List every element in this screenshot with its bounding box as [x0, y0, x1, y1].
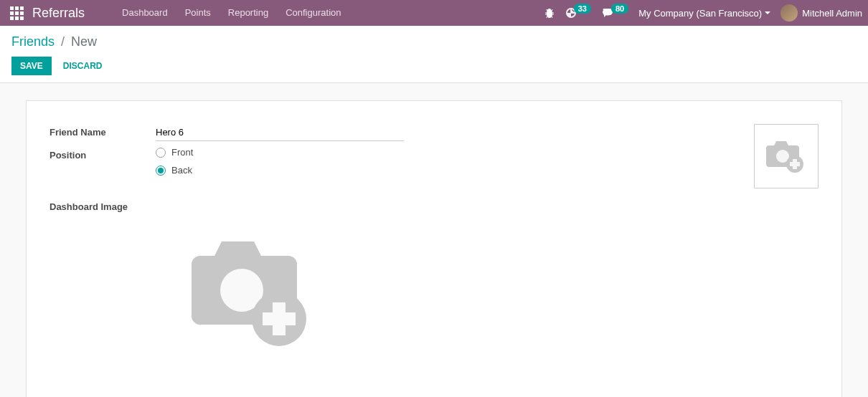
image-upload-small[interactable]: [754, 124, 819, 188]
dashboard-image-label: Dashboard Image: [49, 201, 819, 212]
apps-icon[interactable]: [10, 6, 24, 20]
position-front-label: Front: [171, 147, 193, 158]
messages-icon[interactable]: 80: [601, 7, 628, 19]
position-radio-front[interactable]: Front: [156, 147, 404, 158]
save-button[interactable]: Save: [11, 57, 52, 75]
main-nav: Dashboard Points Reporting Configuration: [113, 0, 349, 26]
breadcrumb-parent[interactable]: Friends: [11, 34, 55, 49]
position-label: Position: [49, 147, 156, 161]
user-name: Mitchell Admin: [802, 8, 862, 19]
nav-configuration[interactable]: Configuration: [277, 0, 349, 26]
action-buttons: Save Discard: [11, 57, 857, 75]
sheet-wrapper: Friend Name Position Front Back: [0, 83, 868, 397]
company-selector[interactable]: My Company (San Francisco): [638, 8, 770, 19]
friend-name-input[interactable]: [156, 124, 404, 141]
activities-icon[interactable]: 33: [565, 7, 591, 19]
position-row: Position Front Back: [49, 147, 819, 176]
radio-checked-icon: [156, 166, 166, 176]
app-brand[interactable]: Referrals: [32, 6, 85, 21]
nav-reporting[interactable]: Reporting: [220, 0, 277, 26]
position-radio-back[interactable]: Back: [156, 165, 404, 176]
control-panel: Friends / New Save Discard: [0, 26, 868, 83]
chevron-down-icon: [765, 11, 770, 14]
dashboard-image-section: Dashboard Image: [49, 201, 819, 367]
position-back-label: Back: [171, 165, 192, 176]
company-name: My Company (San Francisco): [638, 8, 762, 19]
user-menu[interactable]: Mitchell Admin: [780, 4, 862, 21]
breadcrumb: Friends / New: [11, 34, 857, 49]
discard-button[interactable]: Discard: [55, 57, 111, 75]
activities-badge: 33: [574, 4, 591, 14]
camera-plus-icon: [762, 138, 811, 174]
nav-points[interactable]: Points: [176, 0, 220, 26]
nav-dashboard[interactable]: Dashboard: [113, 0, 176, 26]
svg-rect-8: [263, 312, 296, 325]
svg-rect-4: [790, 162, 800, 166]
friend-name-label: Friend Name: [49, 124, 156, 138]
breadcrumb-current: New: [71, 34, 97, 49]
form-sheet: Friend Name Position Front Back: [26, 100, 842, 397]
messages-badge: 80: [611, 4, 628, 14]
systray: 33 80 My Company (San Francisco) Mitchel…: [544, 4, 862, 21]
camera-plus-icon: [179, 234, 322, 356]
topbar: Referrals Dashboard Points Reporting Con…: [0, 0, 868, 26]
position-radio-group: Front Back: [156, 147, 404, 176]
dashboard-image-upload[interactable]: [150, 224, 351, 367]
debug-icon[interactable]: [544, 7, 555, 19]
radio-icon: [156, 148, 166, 158]
avatar: [780, 4, 798, 21]
friend-name-row: Friend Name: [49, 124, 819, 141]
breadcrumb-separator: /: [61, 34, 65, 49]
